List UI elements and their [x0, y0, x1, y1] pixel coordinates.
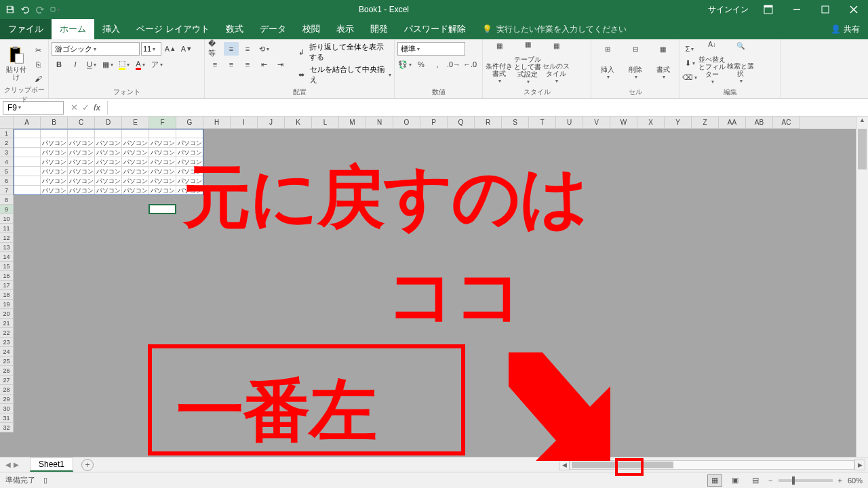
- col-header[interactable]: A: [14, 117, 41, 129]
- col-header[interactable]: O: [393, 117, 420, 129]
- col-header[interactable]: R: [475, 117, 502, 129]
- fill-color-icon[interactable]: ⬚: [117, 58, 132, 71]
- format-painter-icon[interactable]: 🖌: [31, 72, 45, 85]
- row-header[interactable]: 17: [0, 281, 14, 290]
- cell[interactable]: パソコン: [122, 167, 149, 176]
- cell[interactable]: [95, 129, 122, 138]
- cell[interactable]: パソコン: [122, 186, 149, 195]
- cell[interactable]: [14, 157, 41, 167]
- phonetic-icon[interactable]: ア: [149, 58, 164, 71]
- align-left-icon[interactable]: ≡: [208, 58, 222, 71]
- tab-layout[interactable]: ページ レイアウト: [128, 19, 218, 39]
- maximize-icon[interactable]: [816, 3, 834, 16]
- row-header[interactable]: 14: [0, 252, 14, 262]
- horizontal-scrollbar[interactable]: [570, 460, 854, 470]
- cancel-formula-icon[interactable]: ✕: [71, 102, 78, 113]
- col-header[interactable]: D: [95, 117, 122, 129]
- indent-decrease-icon[interactable]: ⇤: [256, 58, 271, 71]
- col-header[interactable]: S: [502, 117, 529, 129]
- row-header[interactable]: 9: [0, 205, 14, 214]
- font-name-select[interactable]: 游ゴシック: [52, 42, 140, 56]
- align-bottom-icon[interactable]: ≡: [240, 42, 255, 56]
- cell[interactable]: パソコン: [176, 176, 203, 186]
- format-cells-button[interactable]: ▦書式: [650, 41, 676, 85]
- decrease-decimal-icon[interactable]: ←.0: [462, 58, 477, 71]
- fill-icon[interactable]: ⬇: [682, 56, 697, 70]
- tab-formulas[interactable]: 数式: [218, 19, 252, 39]
- cell[interactable]: パソコン: [176, 167, 203, 176]
- col-header[interactable]: L: [312, 117, 339, 129]
- col-header[interactable]: U: [556, 117, 583, 129]
- share-button[interactable]: 👤共有: [823, 19, 868, 39]
- cell[interactable]: パソコン: [149, 167, 176, 176]
- cell-styles-button[interactable]: ▦セルのスタイル: [542, 41, 570, 85]
- cell[interactable]: パソコン: [176, 157, 203, 167]
- row-header[interactable]: 27: [0, 375, 14, 385]
- col-header[interactable]: B: [41, 117, 68, 129]
- cell[interactable]: パソコン: [95, 167, 122, 176]
- select-all-corner[interactable]: [0, 117, 14, 129]
- cell[interactable]: パソコン: [41, 138, 68, 148]
- col-header[interactable]: AB: [746, 117, 773, 129]
- vertical-scrollbar[interactable]: ▲ ▼: [856, 117, 868, 472]
- row-header[interactable]: 1: [0, 129, 14, 138]
- align-center-icon[interactable]: ≡: [224, 58, 239, 71]
- page-break-view-icon[interactable]: ▤: [748, 474, 763, 487]
- percent-icon[interactable]: %: [414, 58, 429, 71]
- column-headers[interactable]: ABCDEFGHIJKLMNOPQRSTUVWXYZAAABAC: [14, 117, 856, 129]
- scroll-up-icon[interactable]: ▲: [856, 117, 868, 127]
- cell[interactable]: パソコン: [95, 138, 122, 148]
- row-header[interactable]: 10: [0, 214, 14, 224]
- cell[interactable]: パソコン: [68, 167, 95, 176]
- minimize-icon[interactable]: [788, 3, 806, 16]
- autosum-icon[interactable]: Σ: [682, 42, 697, 56]
- comma-icon[interactable]: ,: [430, 58, 445, 71]
- cell[interactable]: [14, 176, 41, 186]
- orientation-icon[interactable]: ⟲: [256, 42, 271, 56]
- cell[interactable]: パソコン: [149, 157, 176, 167]
- row-header[interactable]: 15: [0, 262, 14, 271]
- page-layout-view-icon[interactable]: ▣: [728, 474, 743, 487]
- cell[interactable]: パソコン: [149, 138, 176, 148]
- formula-bar[interactable]: [107, 101, 868, 115]
- tab-insert[interactable]: 挿入: [94, 19, 128, 39]
- cell[interactable]: [149, 129, 176, 138]
- underline-button[interactable]: U: [84, 58, 99, 71]
- cell[interactable]: パソコン: [68, 138, 95, 148]
- col-header[interactable]: T: [529, 117, 556, 129]
- tab-file[interactable]: ファイル: [0, 19, 52, 39]
- cell[interactable]: パソコン: [41, 167, 68, 176]
- increase-font-icon[interactable]: A▲: [163, 42, 178, 56]
- cell[interactable]: パソコン: [95, 186, 122, 195]
- cell[interactable]: パソコン: [41, 148, 68, 157]
- row-header[interactable]: 26: [0, 366, 14, 375]
- col-header[interactable]: Y: [665, 117, 692, 129]
- cell[interactable]: パソコン: [122, 157, 149, 167]
- cell[interactable]: パソコン: [41, 157, 68, 167]
- row-header[interactable]: 20: [0, 309, 14, 319]
- col-header[interactable]: X: [637, 117, 665, 129]
- align-middle-icon[interactable]: ≡: [224, 42, 239, 56]
- cell[interactable]: パソコン: [41, 176, 68, 186]
- delete-cells-button[interactable]: ⊟削除: [622, 41, 648, 85]
- cell[interactable]: パソコン: [122, 148, 149, 157]
- cell[interactable]: パソコン: [176, 138, 203, 148]
- row-header[interactable]: 12: [0, 233, 14, 243]
- signin-button[interactable]: サインイン: [708, 4, 749, 16]
- cell[interactable]: パソコン: [149, 148, 176, 157]
- border-icon[interactable]: ▦: [100, 58, 115, 71]
- cell[interactable]: パソコン: [176, 148, 203, 157]
- row-header[interactable]: 29: [0, 394, 14, 404]
- bold-button[interactable]: B: [52, 58, 66, 71]
- cell[interactable]: [14, 148, 41, 157]
- row-header[interactable]: 19: [0, 300, 14, 309]
- row-header[interactable]: 22: [0, 328, 14, 338]
- hscroll-right-icon[interactable]: ▶: [854, 460, 865, 470]
- cell[interactable]: パソコン: [41, 186, 68, 195]
- col-header[interactable]: W: [610, 117, 637, 129]
- cell[interactable]: パソコン: [149, 186, 176, 195]
- row-header[interactable]: 24: [0, 347, 14, 357]
- tab-developer[interactable]: 開発: [362, 19, 396, 39]
- cell[interactable]: パソコン: [95, 157, 122, 167]
- conditional-format-button[interactable]: ▦条件付き書式: [486, 41, 513, 85]
